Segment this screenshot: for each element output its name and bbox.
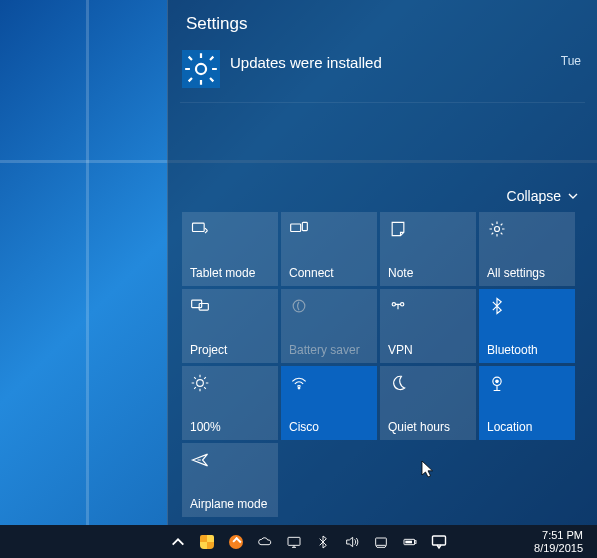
chevron-up-icon[interactable] bbox=[170, 534, 186, 550]
svg-point-8 bbox=[392, 303, 395, 306]
volume-icon[interactable] bbox=[344, 534, 360, 550]
svg-point-0 bbox=[196, 64, 206, 74]
taskbar: 7:51 PM 8/19/2015 bbox=[0, 525, 597, 558]
tile-airplane-mode[interactable]: Airplane mode bbox=[182, 443, 278, 517]
leaf-icon bbox=[289, 296, 309, 316]
action-center-icon bbox=[431, 534, 447, 550]
connect-icon bbox=[289, 219, 309, 239]
svg-rect-2 bbox=[291, 224, 301, 232]
svg-rect-18 bbox=[405, 540, 412, 543]
tile-label: Tablet mode bbox=[190, 266, 270, 280]
svg-point-4 bbox=[495, 227, 500, 232]
tile-project[interactable]: Project bbox=[182, 289, 278, 363]
clock-date: 8/19/2015 bbox=[534, 542, 583, 555]
moon-icon bbox=[388, 373, 408, 393]
tile-all-settings[interactable]: All settings bbox=[479, 212, 575, 286]
tile-label: VPN bbox=[388, 343, 468, 357]
taskbar-clock[interactable]: 7:51 PM 8/19/2015 bbox=[534, 529, 589, 554]
action-center-panel: Settings Updates were installed Tue Coll… bbox=[167, 0, 597, 525]
tile-label: Connect bbox=[289, 266, 369, 280]
location-icon bbox=[487, 373, 507, 393]
svg-rect-6 bbox=[199, 304, 208, 311]
collapse-label: Collapse bbox=[507, 188, 561, 204]
display-icon[interactable] bbox=[286, 534, 302, 550]
tile-battery-saver[interactable]: Battery saver bbox=[281, 289, 377, 363]
svg-rect-1 bbox=[193, 223, 205, 231]
quick-action-grid: Tablet modeConnectNoteAll settingsProjec… bbox=[182, 212, 585, 517]
security-shield-icon[interactable] bbox=[199, 534, 215, 550]
notification-day: Tue bbox=[561, 50, 581, 68]
bluetooth-icon[interactable] bbox=[315, 534, 331, 550]
brightness-icon bbox=[190, 373, 210, 393]
tile-label: Quiet hours bbox=[388, 420, 468, 434]
svg-point-9 bbox=[401, 303, 404, 306]
svg-rect-19 bbox=[433, 536, 446, 545]
chevron-down-icon bbox=[567, 190, 579, 202]
tile-label: Project bbox=[190, 343, 270, 357]
bluetooth-icon bbox=[487, 296, 507, 316]
wifi-icon bbox=[289, 373, 309, 393]
airplane-icon bbox=[190, 450, 210, 470]
tile-vpn[interactable]: VPN bbox=[380, 289, 476, 363]
tile-brightness[interactable]: 100% bbox=[182, 366, 278, 440]
tile-quiet-hours[interactable]: Quiet hours bbox=[380, 366, 476, 440]
battery-icon[interactable] bbox=[402, 534, 418, 550]
notification-item[interactable]: Updates were installed Tue bbox=[180, 48, 585, 103]
panel-section-title: Settings bbox=[186, 14, 583, 34]
svg-rect-3 bbox=[302, 222, 307, 230]
tile-network[interactable]: Cisco bbox=[281, 366, 377, 440]
svg-rect-14 bbox=[288, 537, 300, 545]
onedrive-icon[interactable] bbox=[257, 534, 273, 550]
tile-bluetooth[interactable]: Bluetooth bbox=[479, 289, 575, 363]
svg-point-10 bbox=[197, 380, 204, 387]
clock-time: 7:51 PM bbox=[534, 529, 583, 542]
tile-label: Airplane mode bbox=[190, 497, 270, 511]
update-arrow-icon[interactable] bbox=[228, 534, 244, 550]
tile-label: Bluetooth bbox=[487, 343, 567, 357]
tile-note[interactable]: Note bbox=[380, 212, 476, 286]
tile-label: 100% bbox=[190, 420, 270, 434]
tile-tablet-mode[interactable]: Tablet mode bbox=[182, 212, 278, 286]
vpn-icon bbox=[388, 296, 408, 316]
tile-label: All settings bbox=[487, 266, 567, 280]
tile-label: Battery saver bbox=[289, 343, 369, 357]
tile-label: Note bbox=[388, 266, 468, 280]
gear-icon bbox=[487, 219, 507, 239]
project-icon bbox=[190, 296, 210, 316]
svg-rect-17 bbox=[415, 540, 416, 543]
system-tray bbox=[170, 534, 418, 550]
note-icon bbox=[388, 219, 408, 239]
collapse-button[interactable]: Collapse bbox=[180, 188, 579, 204]
tile-label: Location bbox=[487, 420, 567, 434]
tile-label: Cisco bbox=[289, 420, 369, 434]
network-icon[interactable] bbox=[373, 534, 389, 550]
action-center-button[interactable] bbox=[424, 525, 454, 558]
svg-point-13 bbox=[496, 380, 499, 383]
tile-connect[interactable]: Connect bbox=[281, 212, 377, 286]
tablet-touch-icon bbox=[190, 219, 210, 239]
tile-location[interactable]: Location bbox=[479, 366, 575, 440]
notification-text: Updates were installed bbox=[230, 50, 551, 71]
svg-rect-15 bbox=[376, 538, 387, 545]
svg-point-11 bbox=[298, 387, 300, 389]
gear-icon bbox=[182, 50, 220, 88]
